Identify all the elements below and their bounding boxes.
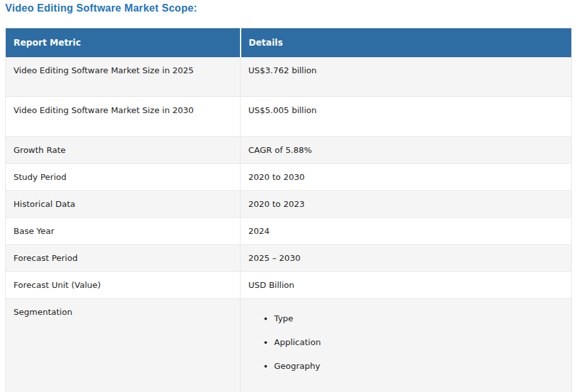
table-row: Historical Data 2020 to 2023 — [6, 191, 572, 218]
segmentation-list-item: Geography — [274, 361, 564, 371]
table-row: Base Year 2024 — [6, 218, 572, 245]
metric-cell: Growth Rate — [6, 137, 241, 164]
metric-cell: Base Year — [6, 218, 241, 245]
metric-cell: Video Editing Software Market Size in 20… — [6, 57, 241, 97]
table-row: Study Period 2020 to 2030 — [6, 164, 572, 191]
details-cell: Type Application Geography — [241, 299, 572, 392]
table-row: Growth Rate CAGR of 5.88% — [6, 137, 572, 164]
table-row: Video Editing Software Market Size in 20… — [6, 57, 572, 97]
table-row-segmentation: Segmentation Type Application Geography — [6, 299, 572, 392]
metric-cell: Segmentation — [6, 299, 241, 392]
page: Video Editing Software Market Scope: Rep… — [0, 0, 579, 392]
details-cell: 2025 – 2030 — [241, 245, 572, 272]
segmentation-list-item: Application — [274, 337, 564, 348]
details-cell: 2020 to 2023 — [241, 191, 572, 218]
details-cell: CAGR of 5.88% — [241, 137, 572, 164]
segmentation-list: Type Application Geography — [248, 313, 564, 371]
details-cell: US$5.005 billion — [241, 97, 572, 137]
page-title: Video Editing Software Market Scope: — [0, 0, 579, 14]
table-row: Video Editing Software Market Size in 20… — [6, 97, 572, 137]
metric-cell: Study Period — [6, 164, 241, 191]
metric-cell: Video Editing Software Market Size in 20… — [6, 97, 241, 137]
details-cell: USD Billion — [241, 272, 572, 299]
header-cell-report-metric: Report Metric — [6, 28, 241, 58]
table-row: Forecast Period 2025 – 2030 — [6, 245, 572, 272]
segmentation-list-item: Type — [274, 313, 564, 324]
market-scope-table: Report Metric Details Video Editing Soft… — [5, 28, 572, 392]
metric-cell: Historical Data — [6, 191, 241, 218]
metric-cell: Forecast Period — [6, 245, 241, 272]
metric-cell: Forecast Unit (Value) — [6, 272, 241, 299]
details-cell: 2024 — [241, 218, 572, 245]
table-row: Forecast Unit (Value) USD Billion — [6, 272, 572, 299]
header-cell-details: Details — [241, 28, 572, 58]
table-header-row: Report Metric Details — [6, 28, 572, 58]
details-cell: US$3.762 billion — [241, 57, 572, 97]
details-cell: 2020 to 2030 — [241, 164, 572, 191]
